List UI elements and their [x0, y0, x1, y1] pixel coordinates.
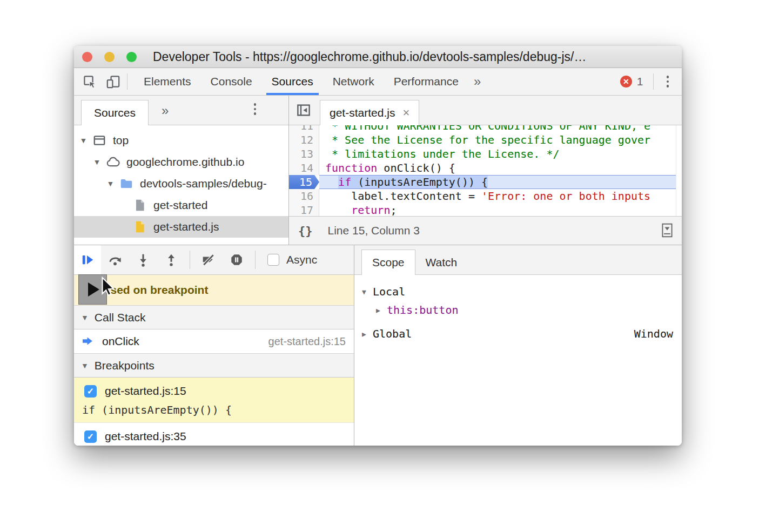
error-circle-icon: ✕ — [620, 76, 632, 87]
step-out-icon[interactable] — [164, 253, 178, 267]
expanded-twisty-icon[interactable]: ▼ — [93, 158, 101, 166]
tab-console[interactable]: Console — [201, 68, 262, 95]
breakpoint-checkbox-checked[interactable]: ✓ — [84, 430, 97, 443]
expanded-twisty-icon[interactable]: ▼ — [79, 136, 88, 145]
scope-section-value: Window — [634, 327, 673, 340]
pause-on-exceptions-icon[interactable] — [230, 253, 244, 267]
scope-section-label: Local — [373, 285, 405, 298]
navigator-more-tabs-button[interactable]: » — [162, 103, 169, 118]
code-text: * WITHOUT WARRANTIES OR CONDITIONS OF AN… — [319, 125, 682, 133]
tab-network[interactable]: Network — [323, 68, 384, 95]
code-line-current[interactable]: 15 if (inputsAreEmpty()) { — [289, 175, 682, 189]
zoom-window-button[interactable] — [126, 52, 137, 62]
breakpoint-entry[interactable]: ✓ get-started.js:15 if (inputsAreEmpty()… — [74, 378, 354, 423]
navigator-kebab-menu-icon[interactable] — [247, 103, 270, 115]
scope-item-local[interactable]: ▼Local — [354, 282, 682, 301]
line-number[interactable]: 13 — [289, 147, 319, 161]
code-line[interactable]: 11 * WITHOUT WARRANTIES OR CONDITIONS OF… — [289, 125, 682, 133]
collapsed-twisty-icon[interactable]: ▶ — [360, 330, 368, 338]
code-line[interactable]: 17 return; — [289, 203, 682, 216]
line-number[interactable]: 17 — [289, 203, 319, 216]
call-stack-header[interactable]: ▼ Call Stack — [74, 305, 354, 329]
code-editor[interactable]: 11 * WITHOUT WARRANTIES OR CONDITIONS OF… — [289, 125, 682, 216]
tab-performance[interactable]: Performance — [384, 68, 468, 95]
tree-item-get-started[interactable]: get-started — [74, 194, 288, 216]
navigator-tab-sources[interactable]: Sources — [81, 100, 149, 125]
tree-item-top[interactable]: ▼top — [74, 130, 288, 151]
property-value: button — [419, 304, 458, 316]
kebab-menu-icon[interactable] — [660, 76, 682, 87]
breakpoint-checkbox-checked[interactable]: ✓ — [84, 385, 97, 398]
debugger-pane: Async Paused on breakpoint ▼ Call Stack — [74, 245, 354, 446]
scope-item-this[interactable]: ▶this: button — [368, 301, 682, 319]
step-into-icon[interactable] — [136, 253, 150, 267]
main-toolbar: ElementsConsoleSourcesNetworkPerformance… — [74, 68, 682, 96]
toolbar-divider — [127, 73, 127, 90]
code-line[interactable]: 14function onClick() { — [289, 161, 682, 175]
property-name: this: — [387, 304, 419, 316]
frame-location: get-started.js:15 — [268, 335, 346, 348]
tree-item-devtools-samples-debug-[interactable]: ▼devtools-samples/debug- — [74, 173, 288, 194]
expanded-twisty-icon[interactable]: ▼ — [106, 179, 115, 188]
debugger-toolbar-divider — [255, 251, 256, 269]
tab-scope[interactable]: Scope — [361, 250, 415, 275]
deactivate-breakpoints-icon[interactable] — [201, 253, 216, 267]
tree-item-label: devtools-samples/debug- — [140, 177, 267, 190]
expanded-twisty-icon: ▼ — [81, 361, 89, 370]
code-text: if (inputsAreEmpty()) { — [319, 175, 682, 189]
expanded-twisty-icon[interactable]: ▼ — [360, 288, 368, 296]
tree-item-label: get-started.js — [153, 220, 219, 233]
editor-pane: get-started.js × 11 * WITHOUT WARRANTIES… — [289, 96, 682, 245]
title-bar: Developer Tools - https://googlechrome.g… — [74, 46, 682, 68]
code-text: * See the License for the specific langu… — [319, 133, 682, 147]
folder-icon — [119, 177, 133, 191]
tab-sources[interactable]: Sources — [262, 68, 323, 95]
pretty-print-icon[interactable]: {} — [298, 224, 313, 238]
more-panels-button[interactable]: » — [468, 74, 486, 89]
line-number[interactable]: 12 — [289, 133, 319, 147]
editor-tab-get-started-js[interactable]: get-started.js × — [320, 100, 419, 125]
device-toolbar-icon[interactable] — [106, 75, 120, 89]
async-checkbox[interactable] — [267, 254, 279, 266]
expanded-twisty-icon: ▼ — [81, 313, 89, 322]
code-line[interactable]: 13 * limitations under the License. */ — [289, 147, 682, 161]
tab-watch[interactable]: Watch — [415, 250, 468, 275]
editor-scrollbar[interactable] — [676, 125, 682, 216]
devtools-window: Developer Tools - https://googlechrome.g… — [74, 46, 682, 446]
tree-item-label: get-started — [153, 199, 207, 212]
step-over-icon[interactable] — [108, 253, 122, 267]
drawer-toggle-icon[interactable] — [660, 223, 674, 239]
line-number[interactable]: 14 — [289, 161, 319, 175]
line-number[interactable]: 11 — [289, 125, 319, 133]
call-stack-title: Call Stack — [95, 311, 146, 324]
error-badge[interactable]: ✕ 1 — [620, 75, 643, 88]
close-window-button[interactable] — [82, 52, 92, 62]
close-tab-icon[interactable]: × — [402, 107, 409, 119]
window-title: Developer Tools - https://googlechrome.g… — [153, 50, 586, 64]
code-text: * limitations under the License. */ — [319, 147, 682, 161]
tree-item-label: googlechrome.github.io — [126, 156, 244, 169]
hide-navigator-icon[interactable] — [295, 102, 312, 118]
code-line[interactable]: 16 label.textContent = 'Error: one or bo… — [289, 189, 682, 203]
breakpoint-location: get-started.js:15 — [105, 385, 186, 398]
tree-item-get-started-js[interactable]: get-started.js — [74, 216, 288, 238]
call-stack-frame[interactable]: onClick get-started.js:15 — [74, 329, 354, 353]
async-label: Async — [286, 253, 317, 266]
breakpoints-header[interactable]: ▼ Breakpoints — [74, 353, 354, 378]
breakpoint-entry[interactable]: ✓ get-started.js:35 — [74, 423, 354, 446]
minimize-window-button[interactable] — [104, 52, 115, 62]
inspect-icon[interactable] — [83, 75, 97, 89]
code-text: return; — [319, 203, 682, 216]
tree-item-googlechrome-github-io[interactable]: ▼googlechrome.github.io — [74, 151, 288, 173]
scope-item-global[interactable]: ▶GlobalWindow — [354, 325, 682, 343]
sources-upper-area: Sources » ▼top▼googlechrome.github.io▼de… — [74, 96, 682, 245]
cursor-position: Line 15, Column 3 — [328, 224, 420, 237]
code-line[interactable]: 12 * See the License for the specific la… — [289, 133, 682, 147]
resume-button[interactable] — [74, 245, 101, 274]
collapsed-twisty-icon[interactable]: ▶ — [374, 306, 382, 314]
line-number[interactable]: 16 — [289, 189, 319, 203]
js-file-icon — [133, 220, 147, 234]
tab-elements[interactable]: Elements — [134, 68, 201, 95]
execution-line-badge[interactable]: 15 — [289, 175, 319, 189]
breakpoint-snippet: if (inputsAreEmpty()) { — [82, 403, 354, 416]
